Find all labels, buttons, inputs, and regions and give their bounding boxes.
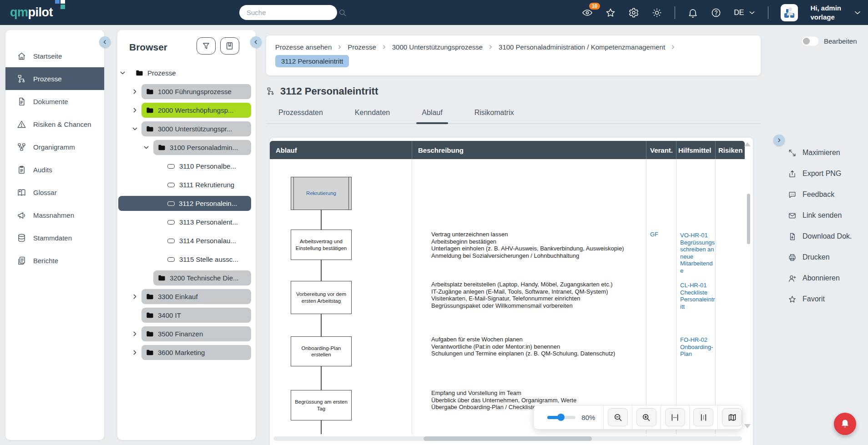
chevron-down-icon[interactable]	[132, 126, 138, 132]
edit-mode-toggle[interactable]: Bearbeiten	[802, 36, 857, 46]
tree-item-3110[interactable]: 3110 Personalbe...	[117, 159, 256, 174]
sidebar-item-glossar[interactable]: Glossar	[5, 181, 104, 204]
tab-ablauf[interactable]: Ablauf	[416, 106, 448, 123]
tree-item-3111[interactable]: 3111 Rekrutierung	[117, 177, 256, 192]
sidebar-item-stammdaten[interactable]: Stammdaten	[5, 226, 104, 249]
tree-node[interactable]: 2000 Wertschöpfungsp...	[141, 103, 251, 118]
search-input[interactable]	[246, 8, 338, 17]
send-link-button[interactable]: Link senden	[788, 209, 852, 222]
favorite-button[interactable]: Favorit	[788, 293, 852, 305]
tree-node[interactable]: 3300 Einkauf	[141, 289, 251, 304]
breadcrumb-item[interactable]: 3100 Personaladministration / Kompetenzm…	[499, 43, 665, 51]
chevron-right-icon[interactable]	[132, 350, 138, 355]
user-menu-chevron-icon[interactable]	[853, 9, 862, 17]
tree-item-3000[interactable]: 3000 Unterstützungspr...	[117, 121, 256, 136]
tab-kenndaten[interactable]: Kenndaten	[349, 106, 395, 123]
tree-item-3300[interactable]: 3300 Einkauf	[117, 289, 256, 304]
fit-height-button[interactable]	[693, 408, 713, 426]
tree-item-3114[interactable]: 3114 Personalau...	[117, 233, 256, 248]
sidebar-item-prozesse[interactable]: Prozesse	[5, 67, 104, 90]
tree-node[interactable]: 3200 Technische Die...	[153, 270, 251, 285]
flow-box-arbeitsvertrag[interactable]: Arbeitsvertrag und Einstellung bestätige…	[291, 230, 352, 260]
legend-button[interactable]	[220, 37, 239, 55]
collapse-browser-button[interactable]	[250, 36, 262, 48]
tree-item-2000[interactable]: 2000 Wertschöpfungsp...	[117, 103, 256, 118]
zoom-in-button[interactable]	[636, 408, 656, 426]
scroll-up-arrow[interactable]	[744, 142, 751, 146]
flow-box-onboarding-plan[interactable]: Onboarding-Plan erstellen	[291, 336, 352, 366]
chevron-right-icon[interactable]	[132, 294, 138, 300]
maximize-button[interactable]: Maximieren	[788, 146, 852, 159]
tree-node[interactable]: 1000 Führungsprozesse	[141, 84, 251, 99]
tree-node-selected[interactable]: 3112 Personalein...	[118, 196, 251, 211]
tab-risikomatrix[interactable]: Risikomatrix	[469, 106, 520, 123]
tab-prozessdaten[interactable]: Prozessdaten	[273, 106, 328, 123]
tree-item-3100[interactable]: 3100 Personaladmin...	[117, 140, 256, 155]
display-sun-icon[interactable]	[651, 7, 662, 18]
notifications-bell-icon[interactable]	[687, 7, 698, 18]
vertical-scrollbar-thumb[interactable]	[747, 194, 750, 244]
sidebar-item-audits[interactable]: Audits	[5, 158, 104, 181]
horizontal-scrollbar-thumb[interactable]	[424, 436, 592, 441]
fit-width-button[interactable]	[665, 408, 685, 426]
chevron-down-icon[interactable]	[143, 145, 149, 150]
zoom-slider-knob[interactable]	[557, 414, 565, 421]
settings-gear-icon[interactable]	[628, 7, 639, 18]
feedback-button[interactable]: Feedback	[788, 188, 852, 201]
tree-item-3115[interactable]: 3115 Stelle aussc...	[117, 252, 256, 267]
sidebar-item-organigramm[interactable]: Organigramm	[5, 135, 104, 158]
app-logo[interactable]: qmpilot	[10, 5, 66, 20]
tree-node[interactable]: 3400 IT	[141, 308, 251, 323]
tool-document-link[interactable]: CL-HR-01 Checkliste Personaleintritt	[680, 282, 716, 310]
breadcrumb-current[interactable]: 3112 Personaleintritt	[275, 55, 349, 67]
chevron-right-icon[interactable]	[132, 89, 138, 95]
horizontal-scrollbar[interactable]	[273, 436, 742, 441]
search-icon[interactable]	[338, 8, 347, 17]
sidebar-item-dokumente[interactable]: Dokumente	[5, 90, 104, 113]
tree-item-3400[interactable]: 3400 IT	[117, 308, 256, 323]
tool-document-link[interactable]: FO-HR-02 Onboarding-Plan	[680, 336, 716, 358]
user-avatar[interactable]	[781, 4, 798, 21]
print-button[interactable]: Drucken	[788, 251, 852, 264]
tree-item-3112-selected[interactable]: 3112 Personalein...	[117, 196, 256, 211]
collapse-sidebar-button[interactable]	[99, 36, 111, 48]
flow-box-rekrutierung[interactable]: Rekrutierung	[291, 177, 352, 210]
filter-button[interactable]	[197, 37, 216, 55]
tree-item-3500[interactable]: 3500 Finanzen	[117, 326, 256, 341]
expand-actions-button[interactable]	[773, 135, 785, 146]
chevron-right-icon[interactable]	[132, 331, 138, 337]
tree-node[interactable]: Prozesse	[131, 65, 251, 80]
export-png-button[interactable]: Export PNG	[788, 167, 852, 180]
overview-map-button[interactable]	[722, 408, 742, 426]
tree-item-3113[interactable]: 3113 Personalent...	[117, 215, 256, 230]
zoom-slider[interactable]	[547, 416, 575, 419]
views-eye-icon[interactable]: 10	[582, 7, 593, 18]
help-icon[interactable]	[711, 7, 722, 18]
toggle-switch[interactable]	[802, 36, 819, 46]
tool-document-link[interactable]: VO-HR-01 Begrüssungsschreiben an neue Mi…	[680, 232, 716, 274]
tree-item-prozesse[interactable]: Prozesse	[117, 65, 256, 80]
responsible-link[interactable]: GF	[650, 231, 658, 238]
tree-node[interactable]: 3000 Unterstützungspr...	[141, 121, 251, 136]
language-selector[interactable]: DE	[734, 9, 756, 17]
scroll-down-arrow[interactable]	[744, 424, 751, 428]
breadcrumb-item[interactable]: 3000 Unterstützungsprozesse	[392, 43, 483, 51]
tree-node[interactable]: 3600 Marketing	[141, 345, 251, 360]
subscribe-button[interactable]: Abonnieren	[788, 272, 852, 285]
breadcrumb-item[interactable]: Prozesse ansehen	[275, 43, 332, 51]
flow-box-begruessung[interactable]: Begrüssung am ersten Tag	[291, 390, 352, 420]
tree-item-3200[interactable]: 3200 Technische Die...	[117, 270, 256, 285]
tree-item-3600[interactable]: 3600 Marketing	[117, 345, 256, 360]
flow-box-vorbereitung[interactable]: Vorbereitung vor dem ersten Arbeitstag	[291, 281, 352, 314]
sidebar-item-startseite[interactable]: Startseite	[5, 45, 104, 67]
tree-item-1000[interactable]: 1000 Führungsprozesse	[117, 84, 256, 99]
breadcrumb-item[interactable]: Prozesse	[348, 43, 376, 51]
sidebar-item-risiken[interactable]: Risiken & Chancen	[5, 113, 104, 135]
download-document-button[interactable]: Download Dok.	[788, 230, 852, 243]
notifications-fab[interactable]	[834, 413, 856, 435]
sidebar-item-berichte[interactable]: Berichte	[5, 249, 104, 272]
sidebar-item-massnahmen[interactable]: Massnahmen	[5, 204, 104, 226]
favorites-star-icon[interactable]	[605, 7, 616, 18]
chevron-right-icon[interactable]	[132, 107, 138, 113]
tree-node[interactable]: 3500 Finanzen	[141, 326, 251, 341]
